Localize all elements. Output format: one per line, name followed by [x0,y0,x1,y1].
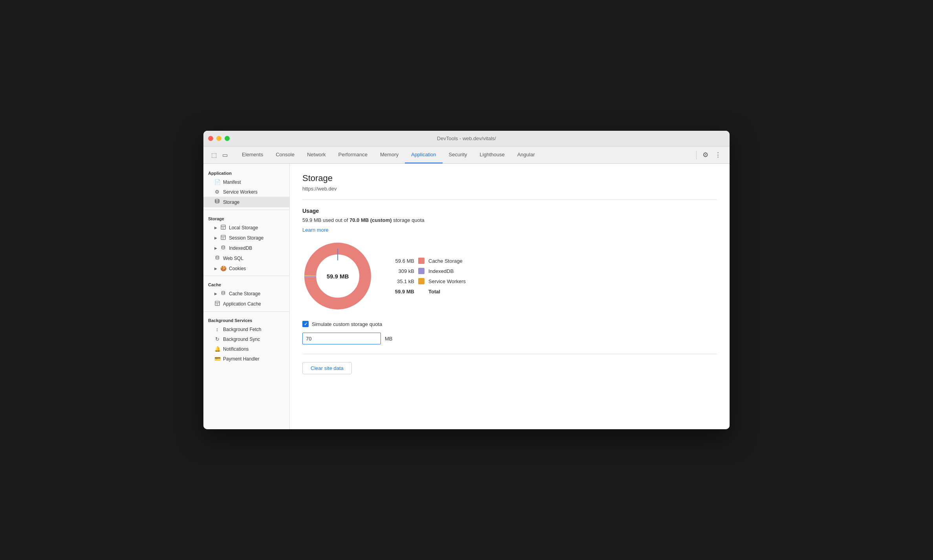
sidebar-section-bg-services: Background Services [203,314,289,324]
cookies-label: Cookies [229,266,246,271]
cache-storage-icon [220,291,226,297]
right-panel: Storage https://web.dev Usage 59.9 MB us… [290,164,730,429]
local-storage-label: Local Storage [229,225,258,231]
legend-cache-value: 59.6 MB [389,258,414,264]
sidebar-item-cookies[interactable]: ▶ 🍪 Cookies [203,264,289,273]
bg-sync-icon: ↻ [214,336,220,342]
chart-area: 59.9 MB 59.6 MB Cache Storage 309 kB Ind… [302,241,717,311]
svg-point-7 [221,246,225,247]
sidebar-item-manifest[interactable]: 📄 Manifest [203,177,289,187]
sidebar-item-notifications[interactable]: 🔔 Notifications [203,344,289,354]
bg-fetch-icon: ↕ [214,326,220,332]
arrow-icon-local-storage: ▶ [214,226,217,230]
session-storage-icon [220,235,226,241]
sidebar-section-cache: Cache [203,278,289,289]
donut-center-value: 59.9 MB [327,273,349,280]
legend-cache-label: Cache Storage [428,258,463,264]
usage-quota-bold: 70.0 MB (custom) [349,217,392,223]
indexeddb-icon [220,245,226,251]
tab-application[interactable]: Application [405,146,443,163]
session-storage-label: Session Storage [229,235,263,241]
tab-bar: ⬚ ▭ Elements Console Network Performance… [203,146,730,164]
arrow-icon-cache-storage: ▶ [214,292,217,296]
quota-input-row: MB [302,333,717,344]
notifications-icon: 🔔 [214,346,220,352]
sidebar-item-bg-fetch[interactable]: ↕ Background Fetch [203,324,289,334]
panel-url: https://web.dev [302,186,717,192]
legend-row-total: 59.9 MB Total [389,288,466,295]
sidebar-item-storage-label: Storage [223,199,240,205]
minimize-button[interactable] [216,136,221,141]
legend-total-value: 59.9 MB [389,289,414,295]
devtools-icons: ⬚ ▭ [207,151,232,159]
service-workers-icon: ⚙ [214,189,220,195]
quota-row: Simulate custom storage quota [302,321,717,327]
panel-divider-2 [302,354,717,354]
app-cache-icon [214,301,220,307]
close-button[interactable] [208,136,213,141]
cookies-icon: 🍪 [220,265,226,271]
usage-heading: Usage [302,208,717,214]
sidebar-divider-3 [203,311,289,312]
sidebar-item-cache-storage[interactable]: ▶ Cache Storage [203,289,289,299]
tab-angular[interactable]: Angular [511,146,541,163]
sidebar-divider-1 [203,210,289,210]
tab-elements[interactable]: Elements [236,146,269,163]
panel-title: Storage [302,173,717,183]
clear-site-data-button[interactable]: Clear site data [302,362,352,374]
payment-handler-icon: 💳 [214,356,220,362]
tab-security[interactable]: Security [443,146,474,163]
sidebar-item-service-workers-label: Service Workers [223,189,258,195]
learn-more-link[interactable]: Learn more [302,227,328,233]
web-sql-label: Web SQL [223,256,243,261]
sidebar-item-payment-handler[interactable]: 💳 Payment Handler [203,354,289,364]
settings-icon[interactable]: ⚙ [700,150,711,161]
arrow-icon-session-storage: ▶ [214,236,217,240]
device-icon[interactable]: ▭ [221,151,229,159]
tab-network[interactable]: Network [301,146,332,163]
notifications-label: Notifications [223,346,249,352]
usage-desc-suffix: storage quota [392,217,424,223]
simulate-quota-checkbox[interactable] [302,321,309,327]
sidebar-item-storage[interactable]: Storage [203,197,289,207]
legend-indexeddb-label: IndexedDB [428,268,454,274]
sidebar-item-web-sql[interactable]: Web SQL [203,253,289,264]
sidebar-item-bg-sync[interactable]: ↻ Background Sync [203,334,289,344]
legend-row-indexeddb: 309 kB IndexedDB [389,268,466,274]
tab-lighthouse[interactable]: Lighthouse [474,146,511,163]
tab-memory[interactable]: Memory [374,146,405,163]
sidebar-item-service-workers[interactable]: ⚙ Service Workers [203,187,289,197]
chart-legend: 59.6 MB Cache Storage 309 kB IndexedDB 3… [389,258,466,295]
title-bar: DevTools - web.dev/vitals/ [203,131,730,146]
sidebar-item-application-cache[interactable]: Application Cache [203,299,289,309]
window-title: DevTools - web.dev/vitals/ [437,135,496,141]
cache-storage-label: Cache Storage [229,291,260,296]
sidebar-section-application: Application [203,167,289,177]
sidebar-item-manifest-label: Manifest [223,179,241,185]
quota-input[interactable] [302,333,381,344]
bg-fetch-label: Background Fetch [223,327,261,332]
sidebar-section-storage: Storage [203,212,289,223]
local-storage-icon [220,225,226,231]
legend-indexeddb-color [418,268,424,274]
legend-indexeddb-value: 309 kB [389,268,414,274]
arrow-icon-indexeddb: ▶ [214,246,217,250]
sidebar-item-indexeddb[interactable]: ▶ IndexedDB [203,243,289,253]
maximize-button[interactable] [225,136,230,141]
tab-performance[interactable]: Performance [332,146,374,163]
legend-total-spacer [418,288,424,295]
more-icon[interactable]: ⋮ [712,150,723,161]
simulate-quota-label: Simulate custom storage quota [312,321,382,327]
quota-unit: MB [385,336,393,342]
sidebar-item-local-storage[interactable]: ▶ Local Storage [203,223,289,233]
panel-divider-1 [302,199,717,200]
tab-list: Elements Console Network Performance Mem… [236,146,692,163]
indexeddb-label: IndexedDB [229,245,252,251]
donut-chart: 59.9 MB [302,241,373,311]
sidebar-item-session-storage[interactable]: ▶ Session Storage [203,233,289,243]
usage-desc-prefix: 59.9 MB used out of [302,217,349,223]
cursor-icon[interactable]: ⬚ [210,151,218,159]
svg-point-8 [216,256,219,257]
arrow-icon-cookies: ▶ [214,267,217,271]
tab-console[interactable]: Console [269,146,301,163]
